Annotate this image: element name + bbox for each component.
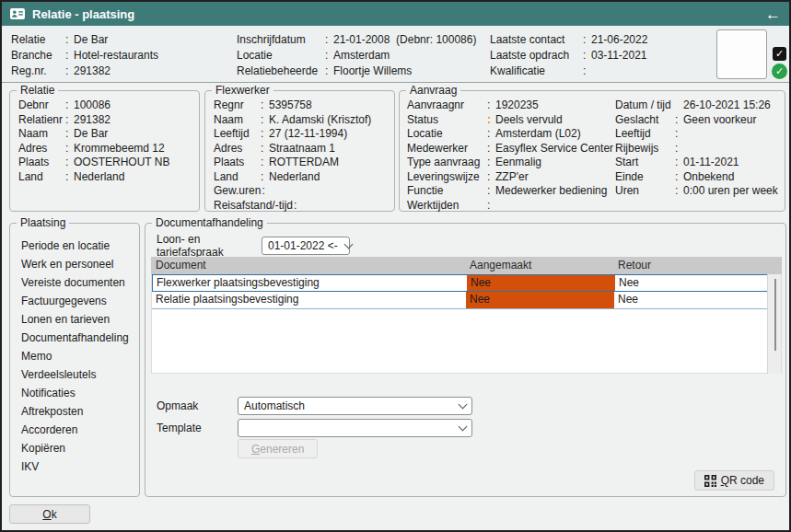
scrollbar-thumb[interactable] <box>774 279 776 351</box>
field-separator: : <box>261 184 270 199</box>
photo-placeholder <box>716 29 767 79</box>
field-label: Reg.nr. <box>11 64 64 79</box>
field-value: Hotel-restaurants <box>74 48 158 64</box>
field-value: ZZP'er <box>495 170 529 185</box>
relatie-fields: Debnr:100086Relatienr:291382Naam:De BarA… <box>10 91 199 184</box>
field-separator: : <box>64 64 74 79</box>
field-separator: : <box>582 48 591 64</box>
documents-table-header: DocumentAangemaaktRetour <box>151 257 782 274</box>
qr-code-button-label: QR code <box>721 474 764 487</box>
field-value: De Bar <box>74 32 108 48</box>
column-header-aangemaakt[interactable]: Aangemaakt <box>465 257 613 274</box>
sidebar-item-documentafhandeling[interactable]: Documentafhandeling <box>21 329 139 347</box>
field-row: Naam:K. Adamski (Krisztof) <box>214 113 394 128</box>
header-col-1: Relatie:De BarBranche:Hotel-restaurantsR… <box>11 32 158 79</box>
field-separator: : <box>486 156 495 170</box>
field-value: 03-11-2021 <box>591 48 647 64</box>
template-select[interactable] <box>238 419 472 437</box>
cell-aangemaakt[interactable]: Nee <box>467 275 615 291</box>
field-value: De Bar <box>74 127 108 142</box>
field-row: Geslacht:Geen voorkeur <box>615 113 778 128</box>
field-separator: : <box>260 156 269 170</box>
field-value: 100086 <box>74 98 111 113</box>
field-separator: : <box>64 170 74 185</box>
field-separator: : <box>64 32 74 48</box>
aanvraag-fields-right: Datum / tijd26-10-2021 15:26Geslacht:Gee… <box>615 98 778 213</box>
sidebar-item-lonen-en-tarieven[interactable]: Lonen en tarieven <box>21 310 139 329</box>
sidebar-item-factuurgegevens[interactable]: Factuurgegevens <box>21 292 139 310</box>
ok-button[interactable]: Ok <box>9 504 90 524</box>
field-row: Laatste opdrach:03-11-2021 <box>490 48 647 64</box>
cell-aangemaakt[interactable]: Nee <box>466 292 614 308</box>
field-separator: : <box>324 64 333 79</box>
field-separator: : <box>486 184 495 199</box>
field-separator: : <box>260 113 269 128</box>
field-row: Leeftijd:27 (12-11-1994) <box>214 127 394 142</box>
field-value: Floortje Willems <box>333 64 412 79</box>
opmaak-value: Automatisch <box>244 399 305 412</box>
field-label: Rijbewijs <box>615 142 674 156</box>
field-label: Start <box>615 156 674 170</box>
field-label: Leeftijd <box>615 127 674 142</box>
vertical-scrollbar[interactable] <box>767 274 781 374</box>
field-value: Medewerker bediening <box>495 184 607 199</box>
field-row: Uren:0:00 uren per week <box>615 184 778 199</box>
header-band: Relatie:De BarBranche:Hotel-restaurantsR… <box>2 26 789 83</box>
field-separator: : <box>582 32 591 48</box>
field-separator: : <box>64 98 74 113</box>
field-label: Relatiebeheerde <box>237 64 324 79</box>
sidebar-item-ikv[interactable]: IKV <box>21 457 139 476</box>
field-value: 291382 <box>74 64 111 79</box>
field-row: Locatie:Amsterdam (L02) <box>407 127 615 142</box>
field-separator: : <box>486 199 495 214</box>
field-row: Debnr:100086 <box>18 98 199 113</box>
field-value: Nederland <box>269 170 320 185</box>
field-value: Deels vervuld <box>495 113 563 128</box>
field-row: Adres:Krommebeemd 12 <box>18 142 199 156</box>
qr-code-button[interactable]: QR code <box>694 470 774 491</box>
field-separator: : <box>674 184 683 199</box>
column-header-document[interactable]: Document <box>151 257 465 274</box>
field-row: Start:01-11-2021 <box>615 156 778 170</box>
field-label: Status <box>407 113 486 128</box>
plaatsing-groupbox: Plaatsing Periode en locatieWerk en pers… <box>9 223 140 497</box>
loon-tariefafspraak-select[interactable]: 01-01-2022 <- <box>262 237 350 255</box>
field-value: 1920235 <box>495 98 539 113</box>
genereren-button[interactable]: Genereren <box>238 439 318 458</box>
sidebar-item-accorderen[interactable]: Accorderen <box>21 421 139 439</box>
sidebar-item-kopi-ren[interactable]: Kopiëren <box>21 439 139 457</box>
plaatsing-group-title: Plaatsing <box>17 216 69 229</box>
field-separator <box>674 98 683 113</box>
cell-retour[interactable]: Nee <box>615 275 769 291</box>
field-row: Kwalificatie: <box>490 64 647 79</box>
field-row: Type aanvraag:Eenmalig <box>407 156 615 170</box>
table-row[interactable]: Relatie plaatsingsbevestigingNeeNee <box>152 292 781 309</box>
opmaak-label: Opmaak <box>157 399 238 412</box>
field-row: Status:Deels vervuld <box>407 113 615 128</box>
sidebar-item-periode-en-locatie[interactable]: Periode en locatie <box>21 237 139 255</box>
field-label: Inschrijfdatum <box>237 32 324 48</box>
sidebar-item-notificaties[interactable]: Notificaties <box>21 384 139 402</box>
sidebar-item-verdeelsleutels[interactable]: Verdeelsleutels <box>21 365 139 384</box>
column-header-retour[interactable]: Retour <box>613 257 782 274</box>
cell-retour[interactable]: Nee <box>614 292 768 308</box>
table-row[interactable]: Flexwerker plaatsingsbevestigingNeeNee <box>152 274 781 292</box>
opmaak-select[interactable]: Automatisch <box>238 397 472 415</box>
back-arrow-icon[interactable]: ← <box>765 6 781 22</box>
sidebar-item-vereiste-documenten[interactable]: Vereiste documenten <box>21 273 139 292</box>
field-value: Amsterdam (L02) <box>495 127 581 142</box>
sidebar-item-werk-en-personeel[interactable]: Werk en personeel <box>21 255 139 273</box>
sidebar-item-aftrekposten[interactable]: Aftrekposten <box>21 402 139 421</box>
sidebar-item-memo[interactable]: Memo <box>21 347 139 365</box>
cell-document[interactable]: Relatie plaatsingsbevestiging <box>152 292 466 308</box>
cell-document[interactable]: Flexwerker plaatsingsbevestiging <box>153 275 467 291</box>
field-value: OOSTERHOUT NB <box>74 156 169 170</box>
field-value: Amsterdam <box>333 48 390 64</box>
field-row: Aanvraagnr:1920235 <box>407 98 615 113</box>
checkbox-icon[interactable]: ✓ <box>773 47 786 61</box>
field-row: Relatienr:291382 <box>18 113 199 128</box>
field-label: Leveringswijze <box>407 170 486 185</box>
field-value: Straatnaam 1 <box>269 142 335 156</box>
field-label: Werktijden <box>407 199 486 214</box>
aanvraag-fields-left: Aanvraagnr:1920235Status:Deels vervuldLo… <box>407 98 615 213</box>
